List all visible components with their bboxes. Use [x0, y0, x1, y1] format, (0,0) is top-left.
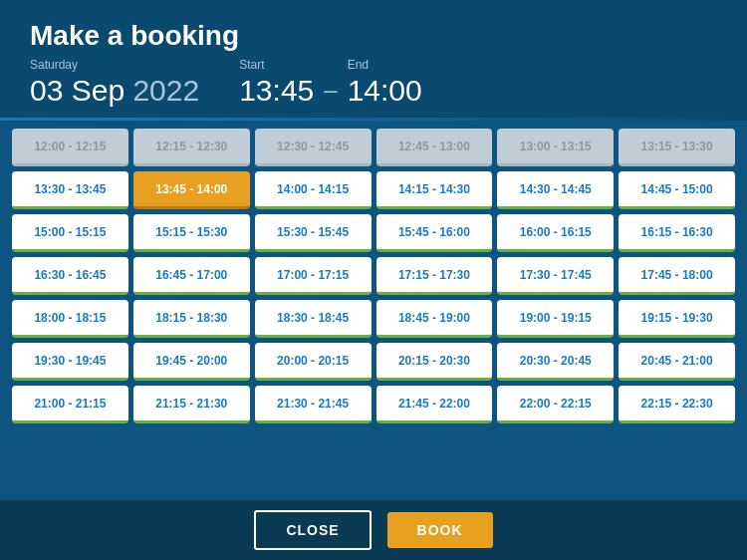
time-slot[interactable]: 14:15 - 14:30: [376, 171, 493, 209]
time-slot[interactable]: 17:45 - 18:00: [619, 257, 735, 295]
time-slot[interactable]: 18:15 - 18:30: [133, 300, 250, 338]
footer: CLOSE BOOK: [0, 500, 747, 560]
time-separator: –: [324, 76, 337, 104]
time-slot[interactable]: 19:30 - 19:45: [12, 343, 128, 381]
date-row: Saturday 03 Sep 2022 Start 13:45 – End 1…: [30, 58, 717, 108]
book-button[interactable]: BOOK: [387, 512, 493, 548]
time-section: Start 13:45 – End 14:00: [239, 58, 422, 108]
page-title: Make a booking: [30, 20, 717, 52]
time-slot[interactable]: 20:00 - 20:15: [255, 343, 372, 381]
time-slot: 12:15 - 12:30: [133, 129, 250, 166]
time-slot[interactable]: 16:45 - 17:00: [133, 257, 250, 295]
time-slot[interactable]: 21:30 - 21:45: [255, 386, 372, 423]
date-text: 03 Sep: [30, 74, 124, 107]
time-slot[interactable]: 15:15 - 15:30: [133, 214, 250, 252]
time-slot[interactable]: 20:30 - 20:45: [497, 343, 614, 381]
time-slot[interactable]: 15:45 - 16:00: [376, 214, 493, 252]
time-slot[interactable]: 15:00 - 15:15: [12, 214, 128, 252]
time-slot[interactable]: 16:15 - 16:30: [619, 214, 735, 252]
time-slot: 13:00 - 13:15: [497, 129, 614, 166]
time-slot: 12:45 - 13:00: [376, 129, 493, 166]
time-slot[interactable]: 18:00 - 18:15: [12, 300, 128, 338]
year-text: 2022: [132, 74, 199, 107]
time-slot[interactable]: 19:45 - 20:00: [133, 343, 250, 381]
start-label: Start: [239, 58, 314, 72]
time-slot[interactable]: 14:45 - 15:00: [619, 171, 735, 209]
time-slot: 12:30 - 12:45: [255, 129, 372, 166]
time-slot[interactable]: 15:30 - 15:45: [255, 214, 372, 252]
day-label: Saturday: [30, 58, 199, 72]
time-slot: 13:15 - 13:30: [619, 129, 735, 166]
time-slot[interactable]: 21:45 - 22:00: [376, 386, 493, 423]
time-slot[interactable]: 17:15 - 17:30: [376, 257, 493, 295]
date-value: 03 Sep 2022: [30, 74, 199, 108]
time-slot[interactable]: 21:15 - 21:30: [133, 386, 250, 423]
slots-grid: 12:00 - 12:1512:15 - 12:3012:30 - 12:451…: [12, 129, 735, 423]
time-slot: 12:00 - 12:15: [12, 129, 128, 166]
time-slot[interactable]: 17:00 - 17:15: [255, 257, 372, 295]
close-button[interactable]: CLOSE: [254, 510, 371, 550]
time-slot[interactable]: 20:15 - 20:30: [376, 343, 493, 381]
time-slot[interactable]: 22:00 - 22:15: [497, 386, 614, 423]
time-slot[interactable]: 14:30 - 14:45: [497, 171, 614, 209]
end-label: End: [348, 58, 422, 72]
time-slot[interactable]: 20:45 - 21:00: [619, 343, 735, 381]
start-time: 13:45: [239, 74, 314, 108]
end-time: 14:00: [348, 74, 422, 108]
time-slot[interactable]: 14:00 - 14:15: [255, 171, 372, 209]
date-section: Saturday 03 Sep 2022: [30, 58, 199, 108]
grid-container: 12:00 - 12:1512:15 - 12:3012:30 - 12:451…: [0, 121, 747, 500]
time-slot[interactable]: 18:30 - 18:45: [255, 300, 372, 338]
time-slot[interactable]: 13:30 - 13:45: [12, 171, 128, 209]
time-slot[interactable]: 13:45 - 14:00: [133, 171, 250, 209]
end-time-block: End 14:00: [348, 58, 422, 108]
time-slot[interactable]: 17:30 - 17:45: [497, 257, 614, 295]
start-time-block: Start 13:45: [239, 58, 314, 108]
time-slot[interactable]: 16:00 - 16:15: [497, 214, 614, 252]
time-slot[interactable]: 19:00 - 19:15: [497, 300, 614, 338]
time-slot[interactable]: 22:15 - 22:30: [619, 386, 735, 423]
header: Make a booking Saturday 03 Sep 2022 Star…: [0, 0, 747, 118]
time-slot[interactable]: 18:45 - 19:00: [376, 300, 493, 338]
time-slot[interactable]: 16:30 - 16:45: [12, 257, 128, 295]
time-slot[interactable]: 21:00 - 21:15: [12, 386, 128, 423]
time-slot[interactable]: 19:15 - 19:30: [619, 300, 735, 338]
